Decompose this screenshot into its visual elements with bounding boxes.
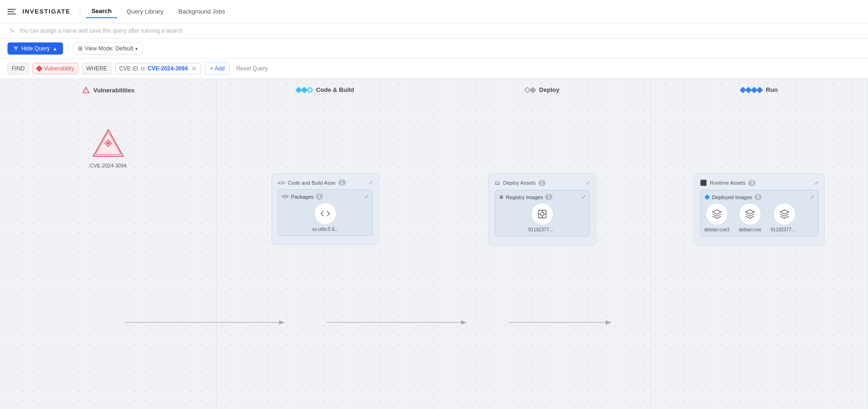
add-filter-button[interactable]: + Add [205, 62, 230, 75]
vulnerability-triangle-icon [92, 127, 125, 160]
deployed-images-label: Deployed Images [712, 194, 752, 200]
find-label: FIND [7, 62, 29, 75]
nav-background-jobs[interactable]: Background Jobs [173, 5, 231, 18]
save-hint-bar: ✎ You can assign a name and save this qu… [0, 23, 868, 39]
view-mode-label: View Mode: Default [85, 45, 133, 52]
chevron-down-icon: ▾ [135, 46, 138, 51]
deployed-image-node-1[interactable]: debian:cve3 [704, 203, 729, 232]
chevron-up-icon: ▲ [53, 46, 57, 51]
code-build-header: Code & Build [296, 86, 354, 93]
filter-op: is [141, 65, 145, 72]
filter-key: CVE ID [119, 65, 138, 72]
expand-code-build-group-button[interactable]: ⤢ [369, 180, 373, 186]
menu-icon[interactable] [7, 6, 19, 17]
pencil-icon: ✎ [9, 27, 15, 35]
pipeline-canvas: ! Vulnerabilities [0, 79, 868, 409]
svg-text:!: ! [85, 89, 86, 92]
packages-icon: </> [282, 194, 288, 199]
run-column-label: Run [766, 86, 777, 93]
svg-rect-2 [15, 49, 17, 50]
deployed-images-badge: 3 [755, 194, 762, 200]
code-build-group-header: </> Code and Build Asse 1 ⤢ [278, 180, 373, 186]
deploy-header: Deploy [525, 86, 559, 93]
expand-deployed-images-button[interactable]: ⤢ [810, 194, 814, 200]
code-build-card: </> Code and Build Asse 1 ⤢ </> Packages… [272, 173, 379, 245]
nav-query-library[interactable]: Query Library [121, 5, 169, 18]
code-build-icon [296, 88, 312, 92]
view-mode-icon: ⊞ [78, 45, 83, 52]
run-card: ⬛ Runtime Assets 3 ⤢ 🔷 Deployed Images 3… [694, 173, 825, 245]
code-build-column: Code & Build </> Code and Build Asse 1 ⤢… [217, 79, 434, 409]
top-navigation: INVESTIGATE Search Query Library Backgro… [0, 0, 868, 23]
filter-value: CVE-2024-3094 [147, 65, 188, 72]
entity-diamond-icon [36, 65, 42, 72]
filter-icon [13, 46, 19, 51]
registry-label-text: 911923774628... [528, 227, 556, 232]
deploy-icon [525, 88, 535, 92]
run-group-badge: 3 [748, 180, 756, 186]
deployed-image-label-2: debian:cve [739, 227, 761, 232]
deployed-image-circle-1 [706, 203, 728, 225]
deployed-image-label-3: 911923774628... [770, 227, 798, 232]
code-icon: </> [278, 180, 285, 186]
packages-subgroup: </> Packages 1 ⤢ xz-uti [278, 189, 373, 236]
deploy-group-header: 🗂 Deploy Assets 1 ⤢ [495, 180, 590, 186]
vulnerability-node[interactable]: CVE-2024-3094 [90, 127, 127, 168]
filter-pill: CVE ID is CVE-2024-3094 ✕ [115, 63, 202, 74]
package-node[interactable]: xz-utils:5.6... [282, 202, 369, 232]
deploy-column: Deploy 🗂 Deploy Assets 1 ⤢ 🖥 R [434, 79, 651, 409]
registry-subgroup: 🖥 Registry Images 1 ⤢ [495, 190, 590, 236]
toolbar-separator [68, 44, 68, 53]
deploy-group-label: Deploy Assets [503, 180, 536, 186]
where-label: WHERE [82, 62, 112, 75]
run-group-header: ⬛ Runtime Assets 3 ⤢ [700, 180, 819, 186]
package-circle [314, 202, 336, 225]
vulnerability-icon: ! [82, 86, 90, 94]
packages-label: Packages [291, 194, 313, 200]
registry-label: Registry Images [506, 194, 543, 200]
nav-search[interactable]: Search [86, 5, 117, 18]
svg-point-10 [540, 212, 544, 215]
deployed-images-row: debian:cve3 debian:cve [704, 203, 814, 232]
code-build-column-label: Code & Build [316, 86, 354, 93]
svg-rect-0 [14, 47, 18, 48]
expand-run-group-button[interactable]: ⤢ [814, 180, 819, 186]
vulnerabilities-header: ! Vulnerabilities [82, 86, 134, 94]
toolbar: Hide Query ▲ ⊞ View Mode: Default ▾ [0, 39, 868, 59]
registry-badge: 1 [545, 194, 553, 200]
packages-badge: 1 [316, 194, 323, 200]
registry-circle [531, 203, 553, 225]
expand-deploy-group-button[interactable]: ⤢ [586, 180, 590, 186]
code-build-group-label: Code and Build Asse [288, 180, 336, 186]
save-hint-text: You can assign a name and save this quer… [19, 28, 183, 34]
deploy-assets-icon: 🗂 [495, 180, 500, 186]
reset-query-button[interactable]: Reset Query [233, 63, 270, 74]
registry-image-node[interactable]: 911923774628... [499, 203, 586, 232]
brand-name: INVESTIGATE [22, 8, 70, 15]
entity-pill[interactable]: Vulnerability [33, 63, 78, 74]
run-icon [741, 88, 762, 92]
runtime-assets-icon: ⬛ [700, 180, 707, 186]
deployed-image-node-2[interactable]: debian:cve [739, 203, 761, 232]
deployed-image-circle-2 [739, 203, 761, 225]
run-group-label: Runtime Assets [710, 180, 745, 186]
expand-registry-button[interactable]: ⤢ [581, 194, 586, 200]
deploy-group-badge: 1 [539, 180, 546, 186]
nav-separator [80, 7, 80, 16]
svg-point-8 [107, 142, 110, 145]
vulnerabilities-column-label: Vulnerabilities [93, 87, 134, 94]
deployed-image-circle-3 [773, 203, 796, 225]
filter-remove-button[interactable]: ✕ [191, 65, 197, 72]
deployed-image-label-1: debian:cve3 [704, 227, 729, 232]
view-mode-button[interactable]: ⊞ View Mode: Default ▾ [73, 42, 143, 55]
code-build-group-badge: 1 [338, 180, 346, 186]
deployed-image-node-3[interactable]: 911923774628... [770, 203, 798, 232]
hide-query-label: Hide Query [21, 45, 50, 52]
vulnerability-label: CVE-2024-3094 [90, 163, 127, 168]
deployed-images-subgroup: 🔷 Deployed Images 3 ⤢ [700, 190, 819, 236]
expand-packages-button[interactable]: ⤢ [364, 194, 369, 200]
vulnerabilities-column: ! Vulnerabilities [0, 79, 217, 409]
deployed-images-icon: 🔷 [704, 194, 710, 200]
hide-query-button[interactable]: Hide Query ▲ [7, 42, 63, 55]
svg-rect-1 [14, 48, 17, 49]
